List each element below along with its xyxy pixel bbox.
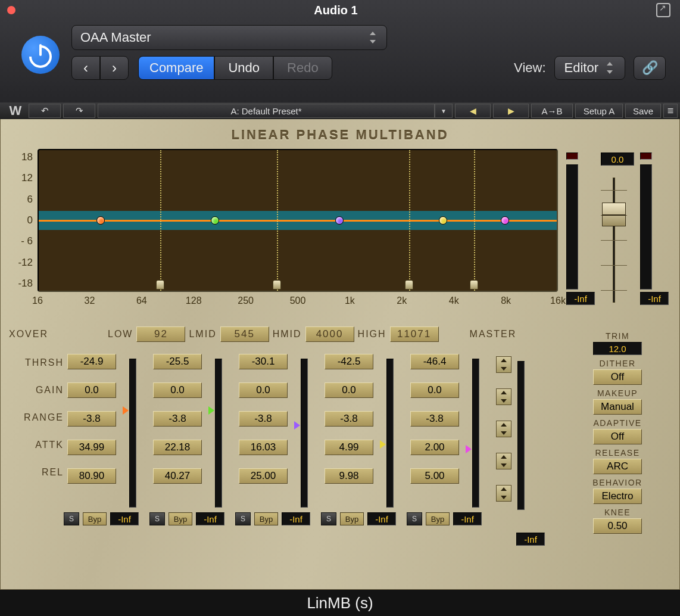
band-3-solo-button[interactable]: S <box>235 512 251 525</box>
band-4-gr-readout[interactable]: -Inf <box>367 512 396 525</box>
band-2-solo-button[interactable]: S <box>149 512 165 525</box>
popout-icon[interactable] <box>656 3 670 17</box>
xover-handle[interactable] <box>470 280 478 290</box>
dither-field[interactable]: Off <box>593 369 642 385</box>
copy-ab-button[interactable]: A→B <box>531 104 573 118</box>
band-5-rel-field[interactable]: 5.00 <box>410 468 459 484</box>
band-2-bypass-button[interactable]: Byp <box>169 512 192 525</box>
band-5-attk-field[interactable]: 2.00 <box>410 440 459 455</box>
setup-button[interactable]: Setup A <box>575 104 623 118</box>
input-peak-readout[interactable]: -Inf <box>566 292 595 305</box>
band-1-thr-field[interactable]: -24.9 <box>67 354 116 369</box>
adaptive-field[interactable]: Off <box>593 429 642 444</box>
band-3-rel-field[interactable]: 25.00 <box>239 468 288 484</box>
xover-handle[interactable] <box>156 280 164 290</box>
xover-high-field[interactable]: 11071 <box>390 326 439 342</box>
preset-selector[interactable]: OAA Master <box>71 25 387 50</box>
eq-node[interactable] <box>211 216 219 225</box>
xover-handle[interactable] <box>405 280 413 290</box>
band-3-range-field[interactable]: -3.8 <box>239 411 288 427</box>
threshold-pointer-icon[interactable] <box>208 406 214 415</box>
band-2-gain-field[interactable]: 0.0 <box>153 382 202 398</box>
plugin-undo-button[interactable]: ↶ <box>29 104 61 118</box>
hamburger-menu-icon[interactable]: ≡ <box>663 104 678 118</box>
preset-dropdown-button[interactable] <box>435 104 453 118</box>
undo-button[interactable]: Undo <box>214 56 273 80</box>
xover-lmid-field[interactable]: 545 <box>220 326 269 342</box>
save-button[interactable]: Save <box>625 104 661 118</box>
threshold-pointer-icon[interactable] <box>466 445 472 453</box>
band-4-attk-field[interactable]: 4.99 <box>325 440 373 455</box>
preset-next-button[interactable] <box>493 104 529 118</box>
band-1-range-field[interactable]: -3.8 <box>67 411 116 427</box>
band-4-range-field[interactable]: -3.8 <box>325 411 373 427</box>
link-button[interactable]: 🔗 <box>634 56 666 80</box>
band-2-thr-field[interactable]: -25.5 <box>153 354 202 369</box>
band-1-bypass-button[interactable]: Byp <box>83 512 107 525</box>
fader-knob[interactable] <box>602 203 626 226</box>
trim-field[interactable]: 12.0 <box>593 342 642 355</box>
close-window-icon[interactable] <box>7 6 15 14</box>
plugin-redo-button[interactable]: ↷ <box>63 104 95 118</box>
behavior-field[interactable]: Electro <box>593 489 642 504</box>
output-fader[interactable] <box>601 178 627 303</box>
xover-low-field[interactable]: 92 <box>136 326 185 342</box>
master-rel-stepper[interactable] <box>496 485 511 502</box>
band-3-gain-field[interactable]: 0.0 <box>239 382 288 398</box>
next-preset-button[interactable]: › <box>100 56 129 80</box>
eq-node[interactable] <box>439 216 447 225</box>
band-5-gain-field[interactable]: 0.0 <box>410 382 459 398</box>
band-3-gr-readout[interactable]: -Inf <box>282 512 310 525</box>
band-5-gr-readout[interactable]: -Inf <box>453 512 482 525</box>
view-selector[interactable]: Editor <box>554 56 625 80</box>
band-5-range-field[interactable]: -3.8 <box>410 411 459 427</box>
band-5-thr-field[interactable]: -46.4 <box>410 354 459 369</box>
output-gain-readout[interactable]: 0.0 <box>601 153 634 166</box>
band-2-attk-field[interactable]: 22.18 <box>153 440 202 455</box>
makeup-field[interactable]: Manual <box>593 399 642 415</box>
band-3-bypass-button[interactable]: Byp <box>254 512 278 525</box>
band-3-attk-field[interactable]: 16.03 <box>239 440 288 455</box>
output-peak-readout[interactable]: -Inf <box>640 292 669 305</box>
band-5-bypass-button[interactable]: Byp <box>426 512 450 525</box>
output-clip-led[interactable] <box>640 153 652 160</box>
compare-button[interactable]: Compare <box>138 56 214 80</box>
band-2-range-field[interactable]: -3.8 <box>153 411 202 427</box>
band-4-solo-button[interactable]: S <box>321 512 336 525</box>
threshold-pointer-icon[interactable] <box>380 440 386 449</box>
band-1-attk-field[interactable]: 34.99 <box>67 440 116 455</box>
band-1-solo-button[interactable]: S <box>64 512 79 525</box>
input-clip-led[interactable] <box>566 153 578 160</box>
preset-prev-button[interactable] <box>455 104 491 118</box>
eq-graph[interactable] <box>38 149 558 292</box>
master-attk-stepper[interactable] <box>496 453 511 469</box>
band-1-rel-field[interactable]: 80.90 <box>67 468 116 484</box>
xover-hmid-field[interactable]: 4000 <box>305 326 354 342</box>
redo-button[interactable]: Redo <box>273 56 332 80</box>
master-gain-stepper[interactable] <box>496 388 511 405</box>
plugin-preset-display[interactable]: A: Default Preset* <box>98 104 435 118</box>
eq-node[interactable] <box>335 216 344 225</box>
band-4-bypass-button[interactable]: Byp <box>340 512 364 525</box>
band-5-solo-button[interactable]: S <box>407 512 422 525</box>
release-field[interactable]: ARC <box>593 459 642 474</box>
threshold-pointer-icon[interactable] <box>294 421 300 430</box>
band-4-thr-field[interactable]: -42.5 <box>325 354 373 369</box>
master-range-stepper[interactable] <box>496 421 511 437</box>
knee-field[interactable]: 0.50 <box>593 518 642 534</box>
band-4-rel-field[interactable]: 9.98 <box>325 468 373 484</box>
waves-logo-icon[interactable]: W <box>0 103 29 119</box>
band-1-gain-field[interactable]: 0.0 <box>67 382 116 398</box>
band-3-thr-field[interactable]: -30.1 <box>239 354 288 369</box>
band-4-gain-field[interactable]: 0.0 <box>325 382 373 398</box>
master-gr-readout[interactable]: -Inf <box>516 533 545 546</box>
prev-preset-button[interactable]: ‹ <box>71 56 100 80</box>
band-1-gr-readout[interactable]: -Inf <box>110 512 139 525</box>
band-2-rel-field[interactable]: 40.27 <box>153 468 202 484</box>
eq-node[interactable] <box>501 216 509 225</box>
threshold-pointer-icon[interactable] <box>123 406 129 415</box>
power-button[interactable] <box>21 36 60 74</box>
xover-handle[interactable] <box>273 280 281 290</box>
band-2-gr-readout[interactable]: -Inf <box>196 512 224 525</box>
master-thrsh-stepper[interactable] <box>496 356 511 373</box>
